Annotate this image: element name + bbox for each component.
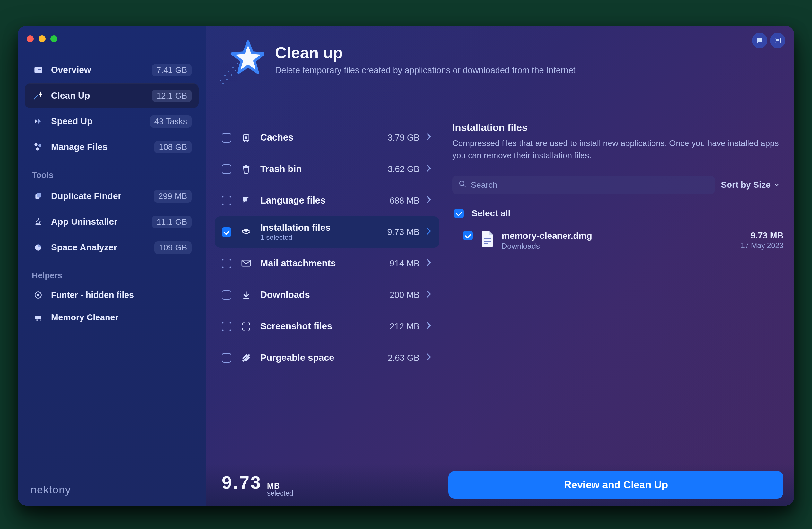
uninstall-icon bbox=[32, 218, 45, 226]
sidebar-item-label: Manage Files bbox=[51, 142, 154, 152]
file-row[interactable]: memory-cleaner.dmg Downloads 9.73 MB 17 … bbox=[452, 226, 785, 255]
sidebar: Overview 7.41 GB Clean Up 12.1 GB Speed … bbox=[18, 26, 206, 505]
category-checkbox[interactable] bbox=[222, 227, 231, 237]
broom-star-icon bbox=[32, 91, 45, 100]
duplicate-icon bbox=[32, 192, 45, 200]
sidebar-item-space-analyzer[interactable]: Space Analyzer 109 GB bbox=[25, 235, 199, 260]
sidebar-item-badge: 109 GB bbox=[154, 241, 192, 254]
fast-forward-icon bbox=[32, 117, 45, 126]
category-row-mail-attachments[interactable]: Mail attachments914 MB bbox=[215, 248, 439, 279]
category-checkbox[interactable] bbox=[222, 290, 231, 300]
svg-rect-44 bbox=[484, 241, 491, 242]
category-row-purgeable[interactable]: Purgeable space2.63 GB bbox=[215, 342, 439, 374]
svg-point-24 bbox=[222, 83, 224, 84]
sidebar-section-helpers: Helpers bbox=[32, 271, 199, 281]
purgeable-icon bbox=[240, 354, 252, 362]
close-icon[interactable] bbox=[27, 35, 34, 42]
total-value: 9.73 bbox=[222, 472, 262, 493]
svg-rect-7 bbox=[37, 192, 41, 197]
svg-rect-15 bbox=[40, 320, 41, 321]
category-size: 3.62 GB bbox=[375, 165, 420, 174]
brand-logo: nektony bbox=[25, 483, 199, 496]
downloads-icon bbox=[240, 290, 252, 300]
svg-rect-30 bbox=[245, 137, 247, 139]
category-row-screenshot[interactable]: Screenshot files212 MB bbox=[215, 311, 439, 342]
category-checkbox[interactable] bbox=[222, 353, 231, 363]
select-all-checkbox[interactable] bbox=[454, 209, 464, 218]
category-label: Installation files1 selected bbox=[260, 223, 375, 241]
sidebar-item-badge: 108 GB bbox=[154, 141, 192, 154]
search-input[interactable] bbox=[471, 180, 709, 190]
sidebar-item-label: Duplicate Finder bbox=[51, 191, 154, 201]
svg-point-27 bbox=[235, 70, 236, 71]
category-row-trash-bin[interactable]: Trash bin3.62 GB bbox=[215, 154, 439, 185]
category-row-downloads[interactable]: Downloads200 MB bbox=[215, 279, 439, 311]
caches-icon bbox=[240, 133, 252, 143]
window-controls bbox=[27, 35, 199, 42]
select-all-row[interactable]: Select all bbox=[452, 204, 785, 223]
search-input-wrap[interactable] bbox=[452, 175, 715, 194]
svg-rect-14 bbox=[39, 320, 39, 321]
sidebar-item-duplicate-finder[interactable]: Duplicate Finder 299 MB bbox=[25, 184, 199, 208]
language-files-icon bbox=[240, 196, 252, 205]
category-label: Screenshot files bbox=[260, 321, 375, 332]
category-size: 212 MB bbox=[375, 321, 420, 332]
svg-rect-40 bbox=[243, 298, 249, 299]
chevron-right-icon bbox=[426, 228, 431, 237]
chevron-right-icon bbox=[426, 354, 431, 362]
review-clean-button[interactable]: Review and Clean Up bbox=[448, 471, 783, 499]
news-icon[interactable] bbox=[770, 33, 785, 48]
total-unit: MB bbox=[267, 482, 280, 490]
chat-icon[interactable] bbox=[752, 33, 767, 48]
gauge-icon bbox=[32, 66, 45, 74]
file-checkbox[interactable] bbox=[463, 231, 473, 240]
sidebar-item-clean-up[interactable]: Clean Up 12.1 GB bbox=[25, 84, 199, 108]
detail-description: Compressed files that are used to instal… bbox=[452, 138, 785, 161]
sidebar-item-badge: 11.1 GB bbox=[152, 216, 192, 228]
sort-dropdown[interactable]: Sort by Size bbox=[721, 180, 785, 190]
page-subtitle: Delete temporary files created by applic… bbox=[275, 66, 576, 75]
category-checkbox[interactable] bbox=[222, 321, 231, 331]
category-label: Downloads bbox=[260, 290, 375, 300]
category-label: Mail attachments bbox=[260, 258, 375, 269]
sidebar-item-label: Overview bbox=[51, 65, 152, 75]
svg-point-21 bbox=[228, 71, 230, 72]
target-icon bbox=[32, 291, 45, 299]
category-size: 2.63 GB bbox=[375, 353, 420, 363]
category-row-caches[interactable]: Caches3.79 GB bbox=[215, 122, 439, 154]
hero-star-icon bbox=[216, 39, 264, 87]
sidebar-item-memory-cleaner[interactable]: Memory Cleaner bbox=[25, 307, 199, 328]
sidebar-item-funter[interactable]: Funter - hidden files bbox=[25, 284, 199, 305]
category-checkbox[interactable] bbox=[222, 259, 231, 268]
sidebar-item-manage-files[interactable]: Manage Files 108 GB bbox=[25, 135, 199, 159]
sidebar-item-speed-up[interactable]: Speed Up 43 Tasks bbox=[25, 109, 199, 133]
svg-rect-11 bbox=[35, 316, 41, 319]
svg-marker-28 bbox=[232, 42, 264, 73]
chevron-right-icon bbox=[426, 259, 431, 268]
chevron-right-icon bbox=[426, 165, 431, 174]
zoom-icon[interactable] bbox=[50, 35, 57, 42]
sidebar-item-overview[interactable]: Overview 7.41 GB bbox=[25, 58, 199, 82]
category-row-installation[interactable]: Installation files1 selected9.73 MB bbox=[215, 216, 439, 248]
svg-rect-12 bbox=[35, 320, 36, 321]
filter-row: Sort by Size bbox=[452, 175, 785, 194]
category-checkbox[interactable] bbox=[222, 165, 231, 174]
category-checkbox[interactable] bbox=[222, 196, 231, 205]
svg-point-41 bbox=[460, 181, 464, 186]
category-label: Language files bbox=[260, 196, 375, 206]
svg-point-23 bbox=[236, 62, 238, 64]
file-date: 17 May 2023 bbox=[741, 241, 783, 250]
category-row-language-files[interactable]: Language files688 MB bbox=[215, 185, 439, 216]
svg-line-42 bbox=[463, 185, 465, 187]
category-size: 3.79 GB bbox=[375, 133, 420, 143]
svg-rect-39 bbox=[242, 260, 250, 266]
footer-bar: 9.73 MB selected Review and Clean Up bbox=[206, 464, 794, 505]
file-location: Downloads bbox=[502, 242, 741, 251]
minimize-icon[interactable] bbox=[39, 35, 46, 42]
category-checkbox[interactable] bbox=[222, 133, 231, 143]
category-label: Purgeable space bbox=[260, 353, 375, 363]
svg-rect-43 bbox=[484, 239, 491, 240]
chevron-right-icon bbox=[426, 196, 431, 205]
sidebar-item-app-uninstaller[interactable]: App Uninstaller 11.1 GB bbox=[25, 210, 199, 234]
category-size: 914 MB bbox=[375, 259, 420, 269]
